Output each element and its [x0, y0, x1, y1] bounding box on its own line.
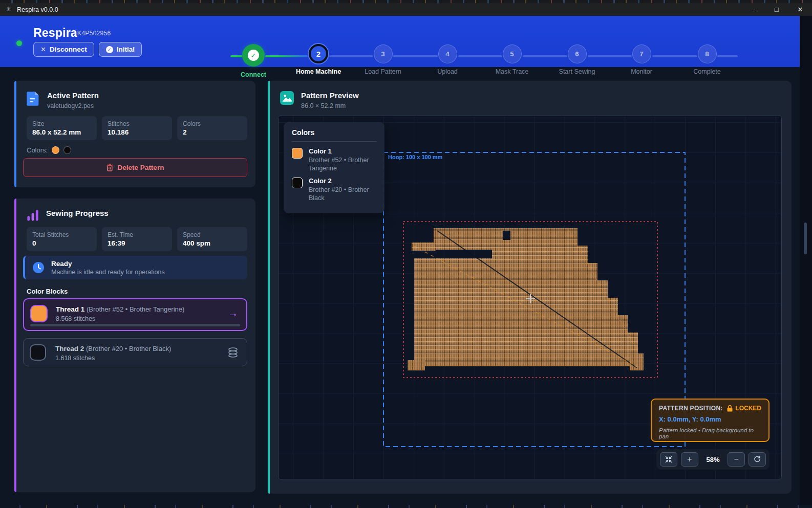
- initial-button[interactable]: ✓ Initial: [99, 42, 142, 57]
- step-label: Monitor: [609, 68, 674, 75]
- legend-color-name: Color 1: [309, 147, 376, 155]
- titlebar[interactable]: ✳ Respira v0.0.0 – □ ✕: [0, 3, 812, 16]
- step-monitor[interactable]: 7 Monitor: [609, 45, 674, 75]
- pattern-canvas[interactable]: Hoop: 100 x 100 mm: [278, 116, 782, 479]
- card-title: Pattern Preview: [301, 91, 359, 100]
- stat-label: Colors: [183, 120, 242, 127]
- stat-total-stitches: Total Stitches 0: [27, 227, 97, 251]
- pattern-left-foot: [408, 360, 425, 370]
- fit-screen-icon: [665, 455, 673, 463]
- colors-label: Colors:: [27, 146, 48, 154]
- zoom-toolbar: + 58% −: [656, 449, 770, 470]
- scrollbar-track[interactable]: [800, 16, 812, 508]
- step-label: Home Machine: [286, 68, 351, 75]
- pattern-dimensions: 86.0 × 52.2 mm: [301, 102, 359, 109]
- legend-color-desc: Brother #52 • Brother Tangerine: [309, 157, 376, 172]
- legend-swatch: [292, 148, 303, 159]
- stat-label: Total Stitches: [32, 231, 91, 238]
- stat-value: 16:39: [108, 239, 166, 247]
- status-title: Ready: [51, 260, 165, 268]
- thread-swatch: [31, 345, 45, 360]
- zoom-level: 58%: [702, 456, 724, 463]
- thread-progress-bar: [30, 324, 240, 326]
- step-label: Start Sewing: [544, 68, 610, 75]
- plus-icon: +: [687, 455, 692, 464]
- minimize-icon: –: [751, 6, 755, 13]
- step-upload[interactable]: 4 Upload: [415, 45, 480, 75]
- delete-pattern-button[interactable]: Delete Pattern: [23, 158, 247, 177]
- step-connect[interactable]: ✓ Connect: [221, 44, 286, 78]
- stat-label: Speed: [183, 231, 242, 238]
- disconnect-button[interactable]: ✕ Disconnect: [33, 42, 94, 57]
- stat-label: Size: [32, 120, 91, 127]
- step-mask-trace[interactable]: 5 Mask Trace: [479, 45, 545, 75]
- trash-icon: [106, 164, 113, 171]
- lock-icon: [727, 405, 733, 412]
- step-label: Load Pattern: [350, 68, 416, 75]
- stat-label: Est. Time: [108, 231, 166, 238]
- pattern-filename: valetudogv2.pes: [47, 102, 99, 109]
- machine-status-box: Ready Machine is idle and ready for oper…: [23, 256, 247, 279]
- legend-swatch: [292, 178, 303, 188]
- step-label: Mask Trace: [479, 68, 545, 75]
- color-dot-black: [63, 146, 71, 154]
- step-circle: 6: [568, 45, 587, 63]
- step-circle-active: 2: [309, 44, 328, 63]
- thread-swatch: [31, 306, 47, 321]
- position-hint: Pattern locked • Drag background to pan: [659, 427, 761, 439]
- stat-label: Stitches: [108, 120, 166, 127]
- card-accent: [268, 81, 270, 494]
- reset-refresh-icon: [753, 455, 761, 463]
- clock-icon: [32, 261, 45, 274]
- layers-stack-icon: [227, 346, 239, 359]
- maximize-icon: □: [775, 6, 779, 13]
- sewing-progress-card: Sewing Progress Total Stitches 0 Est. Ti…: [14, 198, 255, 492]
- chart-bars-icon: [27, 209, 39, 222]
- card-accent: [14, 81, 16, 187]
- reset-view-button[interactable]: [749, 452, 766, 467]
- thread-block-1[interactable]: Thread 1 (Brother #52 • Brother Tangerin…: [23, 298, 247, 331]
- pattern-notch: [503, 231, 510, 240]
- brand-title: Respira: [33, 26, 77, 40]
- thread-detail: (Brother #20 • Brother Black): [86, 345, 171, 352]
- thread-stitches: 1.618 stitches: [55, 355, 95, 362]
- zoom-in-button[interactable]: +: [681, 452, 698, 467]
- machine-serial: • K4P502956: [73, 30, 111, 37]
- scrollbar-thumb[interactable]: [804, 223, 807, 254]
- step-circle: 7: [632, 45, 651, 63]
- maximize-button[interactable]: □: [765, 3, 788, 16]
- header-buttons: ✕ Disconnect ✓ Initial: [33, 42, 142, 57]
- stat-size: Size 86.0 x 52.2 mm: [27, 116, 97, 140]
- step-complete[interactable]: 8 Complete: [674, 45, 740, 75]
- step-label: Connect: [221, 71, 286, 78]
- legend-entry-2: Color 2 Brother #20 • Brother Black: [292, 177, 376, 202]
- position-label: PATTERN POSITION:: [659, 405, 723, 412]
- step-home-machine[interactable]: 2 Home Machine: [286, 44, 351, 75]
- app-header: Respira • K4P502956 ✕ Disconnect ✓ Initi…: [0, 16, 800, 67]
- fit-to-screen-button[interactable]: [660, 452, 677, 467]
- color-dot-orange: [52, 146, 59, 154]
- legend-color-desc: Brother #20 • Brother Black: [309, 186, 376, 202]
- step-circle: 8: [698, 45, 717, 63]
- thread-block-2[interactable]: Thread 2 (Brother #20 • Brother Black) 1…: [23, 338, 247, 366]
- check-icon: ✓: [248, 50, 259, 61]
- stat-stitches: Stitches 10.186: [102, 116, 172, 140]
- stat-value: 10.186: [108, 128, 166, 136]
- sewing-stats: Total Stitches 0 Est. Time 16:39 Speed 4…: [27, 227, 247, 251]
- minimize-button[interactable]: –: [741, 3, 765, 16]
- stat-value: 86.0 x 52.2 mm: [32, 128, 91, 136]
- step-start-sewing[interactable]: 6 Start Sewing: [544, 45, 610, 75]
- step-label: Upload: [415, 68, 480, 75]
- legend-color-name: Color 2: [309, 177, 376, 185]
- step-load-pattern[interactable]: 3 Load Pattern: [350, 45, 416, 75]
- status-description: Machine is idle and ready for operations: [51, 269, 165, 276]
- stat-colors: Colors 2: [177, 116, 247, 140]
- close-button[interactable]: ✕: [788, 3, 812, 16]
- disconnect-label: Disconnect: [50, 46, 87, 53]
- position-coordinates: X: 0.0mm, Y: 0.0mm: [659, 415, 761, 423]
- zoom-out-button[interactable]: −: [728, 452, 745, 467]
- window-controls: – □ ✕: [741, 3, 812, 16]
- thread-stitches: 8.568 stitches: [56, 315, 95, 322]
- background-window-sliver: [0, 505, 812, 508]
- minus-icon: −: [734, 455, 738, 464]
